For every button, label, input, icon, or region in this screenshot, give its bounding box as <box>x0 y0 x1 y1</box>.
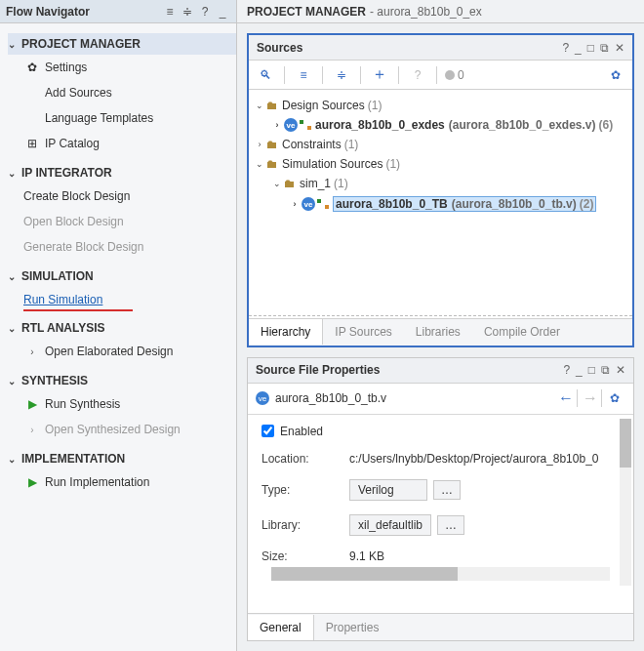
tree-constraints[interactable]: ›🖿Constraints(1) <box>253 135 628 154</box>
nav-section-synthesis: ⌄ SYNTHESIS <box>8 370 236 391</box>
nav-body: ⌄ PROJECT MANAGER ✿Settings Add Sources … <box>0 23 236 651</box>
help-icon[interactable]: ? <box>563 363 570 377</box>
nav-item-open-synthesized-design: ›Open Synthesized Design <box>0 417 236 442</box>
chevron-down-icon: ⌄ <box>253 101 266 110</box>
close-icon[interactable]: ✕ <box>616 363 625 377</box>
enabled-checkbox[interactable] <box>262 425 274 437</box>
section-header-project-manager[interactable]: ⌄ PROJECT MANAGER <box>8 33 236 55</box>
section-header-implementation[interactable]: ⌄ IMPLEMENTATION <box>8 448 236 469</box>
tree-sim1[interactable]: ⌄🖿sim_1(1) <box>253 174 628 193</box>
nav-item-open-block-design: Open Block Design <box>0 209 236 234</box>
tree-exdes[interactable]: ›veaurora_8b10b_0_exdes(aurora_8b10b_0_e… <box>253 115 628 135</box>
minimize-icon[interactable]: _ <box>215 5 230 19</box>
folder-icon: 🖿 <box>266 138 278 151</box>
tab-libraries[interactable]: Libraries <box>404 319 472 345</box>
chevron-down-icon: ⌄ <box>8 168 21 179</box>
sources-toolbar: 🔍︎ ≡ ≑ ＋ ? 0 ✿ <box>249 61 632 90</box>
library-browse-button[interactable]: … <box>437 515 464 535</box>
help2-icon[interactable]: ? <box>407 64 428 86</box>
help-icon[interactable]: ? <box>562 41 569 55</box>
tab-ip-sources[interactable]: IP Sources <box>323 319 403 345</box>
back-icon[interactable]: ← <box>555 387 577 409</box>
type-browse-button[interactable]: … <box>433 480 461 500</box>
section-header-synthesis[interactable]: ⌄ SYNTHESIS <box>8 370 236 391</box>
collapse-all-icon[interactable]: ≡ <box>293 64 314 86</box>
close-icon[interactable]: ✕ <box>615 41 624 55</box>
nav-item-language-templates[interactable]: Language Templates <box>0 105 236 131</box>
popout-icon[interactable]: ⧉ <box>600 41 609 55</box>
tab-general[interactable]: General <box>248 615 314 640</box>
add-icon[interactable]: ＋ <box>369 64 390 86</box>
section-header-ip-integrator[interactable]: ⌄ IP INTEGRATOR <box>8 162 236 183</box>
play-icon: ▶ <box>23 475 41 489</box>
gear-icon[interactable]: ✿ <box>604 387 625 409</box>
status-count: 0 <box>445 68 464 82</box>
nav-section-project-manager: ⌄ PROJECT MANAGER <box>8 33 236 55</box>
nav-item-run-synthesis[interactable]: ▶Run Synthesis <box>0 391 236 417</box>
red-underline-annotation <box>23 309 133 311</box>
chevron-down-icon: ⌄ <box>270 179 284 188</box>
folder-icon: 🖿 <box>284 177 296 190</box>
library-select[interactable]: xil_defaultlib <box>349 514 431 536</box>
chevron-down-icon: ⌄ <box>8 376 21 387</box>
nav-item-open-elaborated-design[interactable]: ›Open Elaborated Design <box>0 339 236 364</box>
props-subhead: ve aurora_8b10b_0_tb.v ← → ✿ <box>248 384 633 415</box>
main-header: PROJECT MANAGER - aurora_8b10b_0_ex <box>237 0 644 23</box>
prop-library: Library: xil_defaultlib… <box>262 514 620 536</box>
props-body: Enabled Location: c:/Users/lnybb/Desktop… <box>248 415 633 613</box>
restore-icon[interactable]: □ <box>588 363 595 377</box>
collapse-icon[interactable]: ≡ <box>162 5 178 19</box>
chevron-down-icon: ⌄ <box>8 39 21 50</box>
props-header: Source File Properties ? _ □ ⧉ ✕ <box>248 358 633 384</box>
nav-item-add-sources[interactable]: Add Sources <box>0 80 236 105</box>
section-header-rtl-analysis[interactable]: ⌄ RTL ANALYSIS <box>8 317 236 339</box>
tab-compile-order[interactable]: Compile Order <box>472 319 572 345</box>
nav-item-create-block-design[interactable]: Create Block Design <box>0 183 236 209</box>
minimize-icon[interactable]: _ <box>575 41 582 55</box>
tab-properties[interactable]: Properties <box>314 615 391 640</box>
nav-item-ip-catalog[interactable]: ⊞IP Catalog <box>0 131 236 156</box>
main-panel: PROJECT MANAGER - aurora_8b10b_0_ex Sour… <box>237 0 644 651</box>
expand-icon[interactable]: ≑ <box>180 5 195 19</box>
vertical-scrollbar[interactable] <box>620 419 631 586</box>
verilog-icon: ve <box>256 391 269 405</box>
hierarchy-icon <box>300 120 311 130</box>
tree-tb[interactable]: ›veaurora_8b10b_0_TB(aurora_8b10b_0_tb.v… <box>253 193 628 215</box>
expand-all-icon[interactable]: ≑ <box>331 64 352 86</box>
minimize-icon[interactable]: _ <box>576 363 583 377</box>
help-icon[interactable]: ? <box>197 5 213 19</box>
prop-size: Size: 9.1 KB <box>262 549 620 563</box>
sources-header: Sources ? _ □ ⧉ ✕ <box>249 35 632 61</box>
nav-item-settings[interactable]: ✿Settings <box>0 55 236 80</box>
props-filename: aurora_8b10b_0_tb.v <box>275 391 553 405</box>
popout-icon[interactable]: ⧉ <box>601 363 610 377</box>
hierarchy-icon <box>317 199 329 209</box>
sources-panel: Sources ? _ □ ⧉ ✕ 🔍︎ ≡ ≑ ＋ ? <box>247 33 634 347</box>
search-icon[interactable]: 🔍︎ <box>255 64 276 86</box>
divider <box>249 315 632 316</box>
prop-type: Type: Verilog… <box>262 479 620 501</box>
forward-icon[interactable]: → <box>580 387 601 409</box>
prop-location: Location: c:/Users/lnybb/Desktop/Project… <box>262 452 620 466</box>
section-header-simulation[interactable]: ⌄ SIMULATION <box>8 265 236 287</box>
horizontal-scrollbar[interactable] <box>271 567 610 581</box>
tree-design-sources[interactable]: ⌄🖿Design Sources(1) <box>253 96 628 115</box>
type-select[interactable]: Verilog <box>349 479 427 501</box>
tab-hierarchy[interactable]: Hierarchy <box>249 319 323 345</box>
restore-icon[interactable]: □ <box>587 41 594 55</box>
chevron-down-icon: ⌄ <box>8 454 21 465</box>
verilog-icon: ve <box>302 197 315 211</box>
tree-simulation-sources[interactable]: ⌄🖿Simulation Sources(1) <box>253 154 628 174</box>
nav-item-run-implementation[interactable]: ▶Run Implementation <box>0 469 236 495</box>
chevron-down-icon: ⌄ <box>253 159 266 169</box>
size-value: 9.1 KB <box>349 549 620 563</box>
gear-icon[interactable]: ✿ <box>605 64 626 86</box>
nav-section-simulation: ⌄ SIMULATION <box>8 265 236 287</box>
chevron-down-icon: ⌄ <box>8 323 21 334</box>
nav-item-generate-block-design: Generate Block Design <box>0 234 236 260</box>
chevron-right-icon: › <box>288 199 302 209</box>
main-subtitle: - aurora_8b10b_0_ex <box>370 5 482 19</box>
main-content: Sources ? _ □ ⧉ ✕ 🔍︎ ≡ ≑ ＋ ? <box>237 23 644 651</box>
folder-icon: 🖿 <box>266 157 278 171</box>
chevron-down-icon: ⌄ <box>8 271 21 282</box>
